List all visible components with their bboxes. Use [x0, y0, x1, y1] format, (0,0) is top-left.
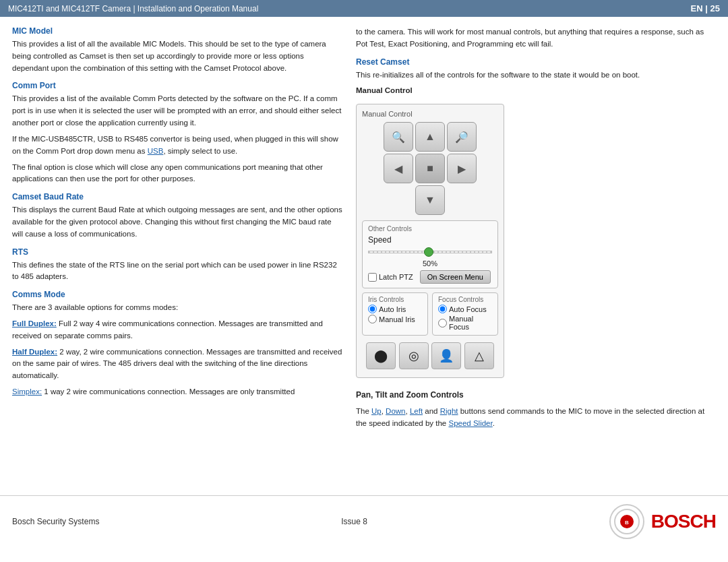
full-duplex-label: Full Duplex:: [12, 319, 57, 327]
mic-model-title: MIC Model: [12, 26, 342, 36]
pan-end: .: [493, 419, 495, 427]
rts-title: RTS: [12, 247, 342, 257]
zoom-out-button[interactable]: 🔎: [447, 122, 477, 152]
auto-iris-radio[interactable]: [368, 305, 377, 313]
latch-ptz-checkbox[interactable]: [368, 273, 377, 282]
page-number: EN | 25: [691, 3, 720, 13]
reset-camset-text: This re-initializes all of the controls …: [356, 69, 716, 82]
comms-mode-title: Comms Mode: [12, 290, 342, 299]
speed-slider-container: [368, 247, 492, 257]
comm-port-p2: If the MIC-USB485CTR, USB to RS485 conve…: [12, 133, 342, 158]
center-button[interactable]: ■: [415, 154, 445, 183]
bosch-circle-svg: B: [613, 508, 640, 535]
latch-ptz-checkbox-wrap: Latch PTZ: [368, 273, 413, 282]
latch-ptz-label: Latch PTZ: [379, 273, 413, 281]
reset-camset-title: Reset Camset: [356, 57, 716, 67]
iris-focus-row: Iris Controls Auto Iris Manual Iris Focu…: [362, 292, 498, 336]
empty-cell-1: [384, 185, 413, 215]
on-screen-menu-button[interactable]: On Screen Menu: [420, 270, 491, 284]
full-duplex-para: Full Duplex: Full 2 way 4 wire communica…: [12, 318, 342, 342]
iris-close-button[interactable]: ⬤: [366, 342, 396, 369]
right-column: to the camera. This will work for most m…: [356, 26, 716, 489]
speed-percentage: 50%: [368, 259, 492, 268]
comms-mode-p1: There are 3 available options for comms …: [12, 302, 342, 314]
and-text: and: [423, 407, 440, 415]
manual-focus-radio[interactable]: [438, 319, 447, 327]
manual-control-panel: Manual Control 🔍 ▲ 🔎 ◀ ■ ▶ ▼ Other Contr…: [356, 104, 504, 378]
comm-port-p3: The final option is close which will clo…: [12, 162, 342, 186]
camset-baud-text: This displays the current Baud Rate at w…: [12, 204, 342, 240]
comm-port-p1: This provides a list of the available Co…: [12, 93, 342, 129]
latch-row: Latch PTZ On Screen Menu: [368, 270, 492, 284]
auto-iris-row: Auto Iris: [368, 305, 422, 313]
iris-controls-box: Iris Controls Auto Iris Manual Iris: [362, 292, 428, 336]
main-content: MIC Model This provides a list of all th…: [0, 17, 728, 489]
manual-focus-label: Manual Focus: [449, 315, 492, 331]
manual-focus-row: Manual Focus: [438, 315, 492, 331]
up-button[interactable]: ▲: [415, 122, 445, 152]
iris-open-button[interactable]: ◎: [399, 342, 429, 369]
document-title: MIC412TI and MIC412TF Camera | Installat…: [8, 4, 258, 13]
zoom-in-button[interactable]: 🔍: [384, 122, 413, 152]
half-duplex-label: Half Duplex:: [12, 348, 57, 356]
comm-port-title: Comm Port: [12, 81, 342, 90]
speed-slider-link: Speed Slider: [448, 419, 492, 427]
focus-controls-box: Focus Controls Auto Focus Manual Focus: [432, 292, 498, 336]
bosch-circle-logo: B: [609, 504, 644, 539]
iris-controls-label: Iris Controls: [368, 296, 422, 303]
left-button[interactable]: ◀: [384, 154, 413, 183]
down-button[interactable]: ▼: [415, 185, 445, 215]
down-link: Down: [386, 407, 405, 415]
bosch-text-logo: BOSCH: [651, 511, 716, 532]
left-column: MIC Model This provides a list of all th…: [12, 26, 342, 489]
footer-issue: Issue 8: [341, 517, 367, 526]
half-duplex-text: 2 way, 2 wire communications connection.…: [12, 348, 342, 380]
header-bar: MIC412TI and MIC412TF Camera | Installat…: [0, 0, 728, 17]
slider-thumb[interactable]: [424, 247, 433, 257]
simplex-label: Simplex:: [12, 387, 42, 396]
empty-cell-2: [447, 185, 477, 215]
auto-focus-radio[interactable]: [438, 305, 447, 313]
auto-focus-row: Auto Focus: [438, 305, 492, 313]
manual-iris-label: Manual Iris: [379, 315, 415, 323]
footer: Bosch Security Systems Issue 8 B BOSCH: [0, 495, 728, 547]
right-p1: to the camera. This will work for most m…: [356, 26, 716, 51]
rts-text: This defines the state of the RTS line o…: [12, 259, 342, 284]
simplex-para: Simplex: 1 way 2 wire communications con…: [12, 386, 342, 398]
manual-iris-radio[interactable]: [368, 315, 377, 323]
simplex-text: 1 way 2 wire communications connection. …: [42, 387, 295, 396]
manual-iris-row: Manual Iris: [368, 315, 422, 323]
other-controls-label: Other Controls: [368, 225, 492, 232]
pan-desc-p1: The: [356, 407, 371, 415]
half-duplex-para: Half Duplex: 2 way, 2 wire communication…: [12, 346, 342, 382]
person-button[interactable]: 👤: [431, 342, 461, 369]
left-link: Left: [410, 407, 423, 415]
svg-text:B: B: [625, 520, 629, 526]
full-duplex-text: Full 2 way 4 wire communications connect…: [12, 319, 323, 340]
right-button[interactable]: ▶: [447, 154, 477, 183]
manual-control-heading: Manual Control: [356, 85, 716, 97]
footer-company: Bosch Security Systems: [12, 517, 99, 526]
auto-focus-label: Auto Focus: [449, 305, 487, 313]
pan-tilt-zoom-label: Pan, Tilt and Zoom Controls: [356, 389, 716, 402]
bottom-icons-row: ⬤ ◎ 👤 △: [362, 340, 498, 372]
footer-logo-area: B BOSCH: [609, 504, 716, 539]
mc-grid: 🔍 ▲ 🔎 ◀ ■ ▶ ▼: [362, 122, 498, 215]
auto-iris-label: Auto Iris: [379, 305, 406, 313]
speed-label: Speed: [368, 235, 392, 245]
focus-button[interactable]: △: [464, 342, 494, 369]
other-controls-box: Other Controls Speed 50% Latch PTZ On Sc…: [362, 220, 498, 288]
pan-desc-para: The Up, Down, Left and Right buttons sen…: [356, 406, 716, 430]
mic-model-text: This provides a list of all the availabl…: [12, 38, 342, 74]
mc-box-label: Manual Control: [362, 110, 498, 118]
up-link: Up: [371, 407, 382, 415]
right-link: Right: [440, 407, 458, 415]
speed-row: Speed: [368, 235, 492, 245]
focus-controls-label: Focus Controls: [438, 296, 492, 303]
camset-baud-title: Camset Baud Rate: [12, 192, 342, 201]
usb-link: USB: [148, 147, 164, 155]
